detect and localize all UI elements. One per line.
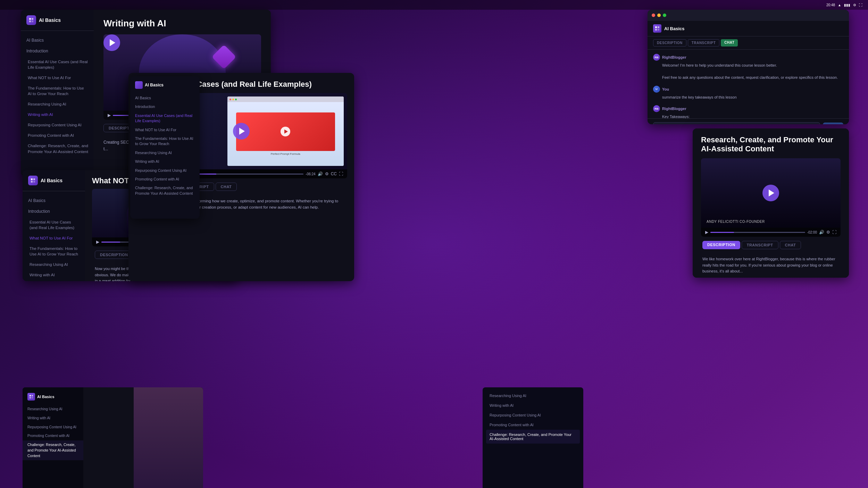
svg-rect-13 [32,395,33,396]
essential-nav-repurposing[interactable]: Repurposing Content Using AI [135,166,195,175]
chat-tab-trans[interactable]: TRANSCRIPT [688,39,719,47]
sidebar-item-researching[interactable]: Researching Using AI [21,99,94,109]
strip-nav-promoting[interactable]: Promoting Content with Al [23,431,83,440]
br-item-repurposing[interactable]: Repurposing Content Using Al [486,410,580,420]
essential-nav-intro[interactable]: Introduction [135,102,195,111]
sidebar-title: AI Basics [39,17,61,23]
wn-item-essential[interactable]: Essential AI Use Cases (and Real Life Ex… [23,217,85,233]
sidebar-item-promoting[interactable]: Promoting Content with AI [21,130,94,141]
bottom-right-list-panel: Researching Using AI Writing with Al Rep… [483,387,583,488]
wn-item-researching[interactable]: Researching Using AI [23,259,85,270]
sidebar-item-repurposing[interactable]: Repurposing Content Using AI [21,120,94,130]
dot-red[interactable] [652,14,655,17]
play-control-icon[interactable]: ▶ [108,113,111,118]
svg-rect-1 [32,18,33,20]
br-item-researching[interactable]: Researching Using AI [486,391,580,401]
sidebar-item-intro[interactable]: Introduction [21,46,94,57]
research-tab-trans[interactable]: TRANSCRIPT [742,241,778,249]
strip-nav-repurposing[interactable]: Repurposing Content Using Al [23,423,83,432]
research-volume-icon[interactable]: 🔊 [819,230,824,235]
wn-item-basics[interactable]: AI Basics [23,195,85,206]
wn-play-icon[interactable]: ▶ [96,239,99,244]
essential-nav-promoting[interactable]: Promoting Content with AI [135,175,195,184]
essential-nav-fundamentals[interactable]: The Fundamentals: How to Use AI to Grow … [135,134,195,149]
bottom-right-list: Researching Using AI Writing with Al Rep… [483,387,583,447]
svg-rect-4 [31,178,33,180]
chat-msg-1-text: Welcome! I'm here to help you understand… [653,62,843,81]
research-progress[interactable] [710,232,805,233]
youtube-thumb [236,112,335,151]
research-tab-chat[interactable]: CHAT [780,241,801,249]
svg-rect-0 [29,18,31,20]
essential-settings-icon[interactable]: ⚙ [325,171,329,176]
what-not-logo-icon [28,176,38,185]
yt-play-btn[interactable] [281,127,290,136]
chat-msg-3: RB RightBlogger Key Takeaways:1 AI as a … [653,105,843,118]
essential-ai-sidebar-panel: AI Basics AI Basics Introduction Essenti… [130,76,200,219]
svg-rect-12 [30,395,31,396]
sidebar-item-challenge[interactable]: Challenge: Research, Create, and Promote… [21,141,94,157]
br-item-writing[interactable]: Writing with Al [486,401,580,410]
essential-nav-ai-basics[interactable]: AI Basics [135,94,195,102]
svg-rect-10 [655,29,657,31]
bottom-strip: AI Basics Researching Using Al Writing w… [0,389,868,488]
essential-cc-icon[interactable]: CC [331,171,337,176]
chat-tab-desc[interactable]: DESCRIPTION [653,39,686,47]
essential-nav-essential[interactable]: Essential AI Use Cases (and Real Life Ex… [135,111,195,126]
research-progress-fill [710,232,734,233]
chat-msg-3-text: Key Takeaways:1 AI as a Tool, Not a Repl… [653,114,843,118]
essential-volume-icon[interactable]: 🔊 [318,171,323,176]
strip-nav-researching[interactable]: Researching Using Al [23,405,83,414]
dot-green[interactable] [663,14,666,17]
research-settings-icon[interactable]: ⚙ [826,230,830,235]
wn-item-intro[interactable]: Introduction [23,206,85,217]
wn-item-what-not[interactable]: What NOT to Use AI For [23,233,85,243]
essential-nav-challenge[interactable]: Challenge: Research, Create, and Promote… [135,184,195,198]
essential-fullscreen-icon[interactable]: ⛶ [339,171,343,176]
research-play-btn[interactable] [762,185,779,201]
essential-nav-what-not[interactable]: What NOT to Use AI For [135,126,195,134]
research-fullscreen-icon[interactable]: ⛶ [832,230,836,235]
sidebar-item-essential[interactable]: Essential AI Use Cases (and Real Life Ex… [21,57,94,73]
window-bar [648,10,849,21]
presenter-name: ANDY FELICIOTTI CO-FOUNDER [707,220,765,224]
essential-tab-chat[interactable]: CHAT [216,183,237,191]
chat-input-field[interactable] [653,122,820,124]
wn-item-writing[interactable]: Writing with AI [23,270,85,280]
essential-nav-writing[interactable]: Writing with AI [135,157,195,166]
essential-play-btn[interactable] [233,123,250,140]
br-item-challenge[interactable]: Challenge: Research, Create, and Promote… [486,430,580,444]
research-desc-text: We like homework over here at RightBlogg… [693,252,849,278]
svg-rect-5 [33,178,35,180]
strip-nav-writing[interactable]: Writing with Al [23,414,83,423]
send-button[interactable]: SEND [823,123,843,124]
wn-tab-desc[interactable]: DESCRIPTION [95,251,133,259]
research-tab-bar: DESCRIPTION TRANSCRIPT CHAT [693,237,849,252]
chat-header: AI Basics [648,21,849,36]
research-play-icon[interactable]: ▶ [705,230,708,235]
wn-item-fundamentals[interactable]: The Fundamentals: How to Use AI to Grow … [23,243,85,259]
chat-msg-1: RB RightBlogger Welcome! I'm here to hel… [653,54,843,81]
svg-rect-6 [31,181,33,183]
chat-msg-1-header: RB RightBlogger [653,54,843,61]
sidebar-logo: AI Basics [21,15,94,31]
essential-nav-logo-icon [135,81,143,89]
wn-item-repurposing[interactable]: Repurposing Content Using AI [23,280,85,281]
br-item-promoting[interactable]: Promoting Content with Al [486,420,580,430]
sidebar-item-fundamentals[interactable]: The Fundamentals: How to Use AI to Grow … [21,83,94,99]
essential-nav-researching[interactable]: Researching Using AI [135,149,195,157]
chat-tab-chat[interactable]: CHAT [721,39,738,47]
sidebar-item-writing[interactable]: Writing with AI [21,109,94,120]
svg-rect-7 [33,181,35,183]
sidebar-item-what-not[interactable]: What NOT to Use AI For [21,73,94,83]
sidebar-item-ai-basics[interactable]: AI Basics [21,35,94,46]
svg-rect-15 [32,397,33,398]
strip-nav-challenge[interactable]: Challenge: Research, Create, and Promote… [23,440,83,460]
wifi-icon: ▲ [838,3,841,7]
play-button[interactable] [103,34,120,51]
research-create-title: Research, Create, and Promote YourAI-Ass… [693,128,849,158]
bot-avatar-1: RB [653,54,660,61]
dot-yellow[interactable] [657,14,661,17]
research-tab-desc[interactable]: DESCRIPTION [702,241,740,249]
chat-panel: AI Basics DESCRIPTION TRANSCRIPT CHAT RB… [648,10,849,124]
